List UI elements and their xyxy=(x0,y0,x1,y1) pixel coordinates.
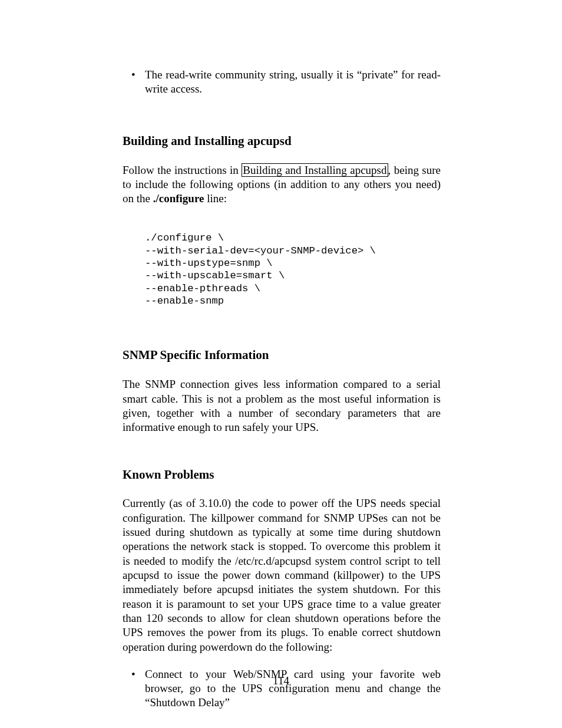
configure-command: ./configure xyxy=(153,192,204,205)
heading-building: Building and Installing apcupsd xyxy=(123,133,441,149)
link-text: Building and Installing apcupsd xyxy=(243,164,386,176)
paragraph-building: Follow the instructions in Building and … xyxy=(123,163,441,206)
page-number: 114 xyxy=(0,674,562,688)
heading-known: Known Problems xyxy=(123,467,441,483)
link-building-installing[interactable]: Building and Installing apcupsd xyxy=(242,163,388,177)
spacer xyxy=(123,654,441,667)
text-fragment: Follow the instructions in xyxy=(123,164,242,176)
bullet-list-top: The read-write community string, usually… xyxy=(131,68,441,97)
text-fragment: line: xyxy=(204,192,227,205)
paragraph-snmp: The SNMP connection gives less informati… xyxy=(123,377,441,434)
bullet-item: The read-write community string, usually… xyxy=(131,68,441,97)
paragraph-known: Currently (as of 3.10.0) the code to pow… xyxy=(123,496,441,654)
code-block-configure: ./configure \ --with-serial-dev=<your-SN… xyxy=(145,232,441,307)
bullet-text: The read-write community string, usually… xyxy=(145,68,441,95)
document-page: The read-write community string, usually… xyxy=(0,0,562,728)
heading-snmp: SNMP Specific Information xyxy=(123,347,441,363)
